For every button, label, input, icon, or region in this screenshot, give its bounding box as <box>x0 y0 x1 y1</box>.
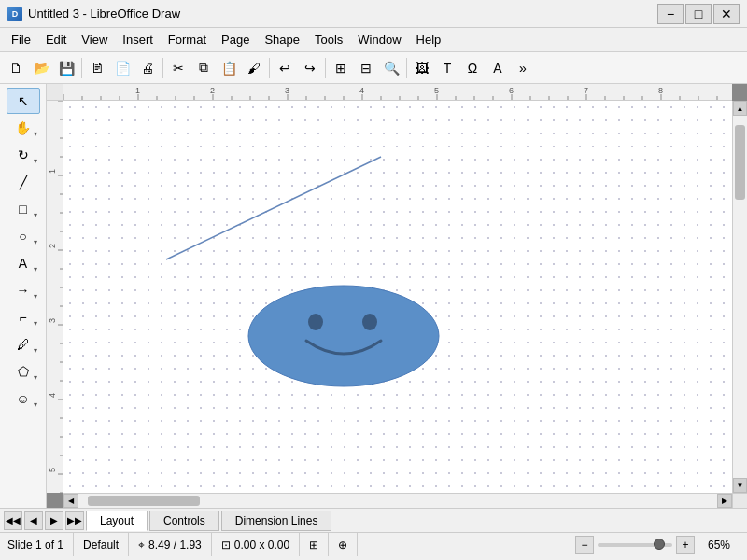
copy-button[interactable]: ⧉ <box>191 56 216 80</box>
new-button[interactable]: 🗋 <box>4 56 28 80</box>
smiley-face-drawing[interactable] <box>246 283 442 390</box>
menu-item-help[interactable]: Help <box>409 30 449 49</box>
rotate-tool-button[interactable]: ↻▾ <box>7 142 40 168</box>
title-left: D Untitled 3 - LibreOffice Draw <box>7 7 180 21</box>
menu-item-file[interactable]: File <box>4 30 38 49</box>
menu-item-window[interactable]: Window <box>350 30 408 49</box>
zoom-button[interactable]: 🔍 <box>379 56 403 80</box>
left-toolbar: ↖✋▾↻▾╱□▾○▾A▾→▾⌐▾🖊▾⬠▾☺▾ <box>0 84 47 508</box>
select-tool-button[interactable]: ↖ <box>7 88 40 114</box>
status-bar: Slide 1 of 1 Default ⌖ 8.49 / 1.93 ⊡ 0.0… <box>0 532 747 556</box>
rectangle-tool-button[interactable]: □▾ <box>7 196 40 222</box>
ruler-horizontal <box>63 84 732 101</box>
position-info: ⌖ 8.49 / 1.93 <box>129 533 212 556</box>
tab-nav-prev-button[interactable]: ◀ <box>24 511 43 530</box>
clone-format-button[interactable]: 🖌 <box>242 56 266 80</box>
zoom-in-button[interactable]: + <box>676 536 695 554</box>
menu-item-page[interactable]: Page <box>214 30 257 49</box>
textbox-button[interactable]: T <box>435 56 459 80</box>
svg-line-0 <box>166 157 381 259</box>
canvas-container[interactable]: ▲ ▼ ◀ ▶ <box>47 84 747 508</box>
line-tool-button[interactable]: ╱ <box>7 169 40 195</box>
close-button[interactable]: ✕ <box>713 4 740 24</box>
snap-button[interactable]: ⊟ <box>354 56 378 80</box>
zoom-pan-tool-button[interactable]: ✋▾ <box>7 115 40 141</box>
tab-nav-next-button[interactable]: ▶ <box>45 511 63 530</box>
tab-dimension-lines[interactable]: Dimension Lines <box>221 511 332 531</box>
size-value: 0.00 x 0.00 <box>234 539 289 552</box>
target-icon: ⊕ <box>329 533 358 556</box>
scroll-track-vertical[interactable] <box>733 116 747 478</box>
scrollbar-vertical[interactable]: ▲ ▼ <box>732 101 747 493</box>
toolbar-separator <box>162 58 163 78</box>
scroll-up-button[interactable]: ▲ <box>733 101 747 116</box>
menu-item-format[interactable]: Format <box>161 30 214 49</box>
title-text: Untitled 3 - LibreOffice Draw <box>28 7 180 21</box>
minimize-button[interactable]: − <box>657 4 684 24</box>
slide-info: Slide 1 of 1 <box>7 533 74 556</box>
scroll-down-button[interactable]: ▼ <box>733 478 747 493</box>
tab-layout[interactable]: Layout <box>86 511 148 531</box>
title-bar: D Untitled 3 - LibreOffice Draw − □ ✕ <box>0 0 747 28</box>
save-button[interactable]: 💾 <box>54 56 78 80</box>
shapes-tool-button[interactable]: ⬠▾ <box>7 358 40 385</box>
zoom-level: 65% <box>698 539 740 552</box>
menu-item-tools[interactable]: Tools <box>307 30 350 49</box>
freeform-tool-button[interactable]: 🖊▾ <box>7 331 40 357</box>
tabs-bar: ◀◀◀▶▶▶LayoutControlsDimension Lines <box>0 508 747 532</box>
print-button[interactable]: 🖨 <box>135 56 160 80</box>
line-drawing[interactable] <box>166 152 390 264</box>
zoom-slider-thumb[interactable] <box>654 539 665 550</box>
pdf-button[interactable]: 📄 <box>110 56 134 80</box>
paste-button[interactable]: 📋 <box>217 56 241 80</box>
toolbar-separator <box>406 58 407 78</box>
special-char-button[interactable]: Ω <box>460 56 485 80</box>
ellipse-tool-button[interactable]: ○▾ <box>7 223 40 249</box>
svg-point-2 <box>308 314 323 330</box>
tab-nav-last-button[interactable]: ▶▶ <box>65 511 84 530</box>
text-tool-button[interactable]: A▾ <box>7 250 40 276</box>
menu-item-view[interactable]: View <box>74 30 115 49</box>
menu-bar: FileEditViewInsertFormatPageShapeToolsWi… <box>0 28 747 52</box>
toolbar-separator <box>269 58 270 78</box>
maximize-button[interactable]: □ <box>685 4 712 24</box>
svg-point-3 <box>362 314 377 330</box>
menu-item-insert[interactable]: Insert <box>115 30 161 49</box>
scroll-track-horizontal[interactable] <box>78 494 717 508</box>
scroll-corner <box>732 493 747 508</box>
symbol-tool-button[interactable]: ☺▾ <box>7 385 40 412</box>
redo-button[interactable]: ↪ <box>298 56 322 80</box>
tab-nav-first-button[interactable]: ◀◀ <box>4 511 22 530</box>
scroll-thumb-vertical[interactable] <box>735 125 745 200</box>
undo-button[interactable]: ↩ <box>273 56 297 80</box>
toolbar-overflow-button[interactable]: » <box>511 56 535 80</box>
size-info: ⊡ 0.00 x 0.00 <box>212 533 300 556</box>
scrollbar-horizontal[interactable]: ◀ ▶ <box>63 493 732 508</box>
tab-controls[interactable]: Controls <box>149 511 219 531</box>
fontwork-button[interactable]: A <box>486 56 510 80</box>
toolbar-separator <box>81 58 82 78</box>
menu-item-shape[interactable]: Shape <box>257 30 307 49</box>
zoom-controls: − + 65% <box>575 536 740 554</box>
layout-info: Default <box>74 533 129 556</box>
open-button[interactable]: 📂 <box>29 56 53 80</box>
app-icon: D <box>7 7 22 21</box>
zoom-out-button[interactable]: − <box>575 536 594 554</box>
zoom-slider[interactable] <box>598 543 672 547</box>
slide-canvas[interactable] <box>63 101 732 493</box>
connector-tool-button[interactable]: →▾ <box>7 277 40 303</box>
svg-point-1 <box>248 286 439 386</box>
unsaved-icon: ⊞ <box>300 533 329 556</box>
print-preview-button[interactable]: 🖹 <box>85 56 109 80</box>
menu-item-edit[interactable]: Edit <box>38 30 74 49</box>
image-button[interactable]: 🖼 <box>410 56 434 80</box>
ruler-corner <box>47 84 63 101</box>
scroll-thumb-horizontal[interactable] <box>88 496 200 506</box>
position-value: 8.49 / 1.93 <box>148 539 202 552</box>
grid-button[interactable]: ⊞ <box>329 56 353 80</box>
cut-button[interactable]: ✂ <box>166 56 190 80</box>
scroll-right-button[interactable]: ▶ <box>717 494 732 508</box>
curve-tool-button[interactable]: ⌐▾ <box>7 304 40 330</box>
main-area: ↖✋▾↻▾╱□▾○▾A▾→▾⌐▾🖊▾⬠▾☺▾ <box>0 84 747 508</box>
scroll-left-button[interactable]: ◀ <box>63 494 78 508</box>
